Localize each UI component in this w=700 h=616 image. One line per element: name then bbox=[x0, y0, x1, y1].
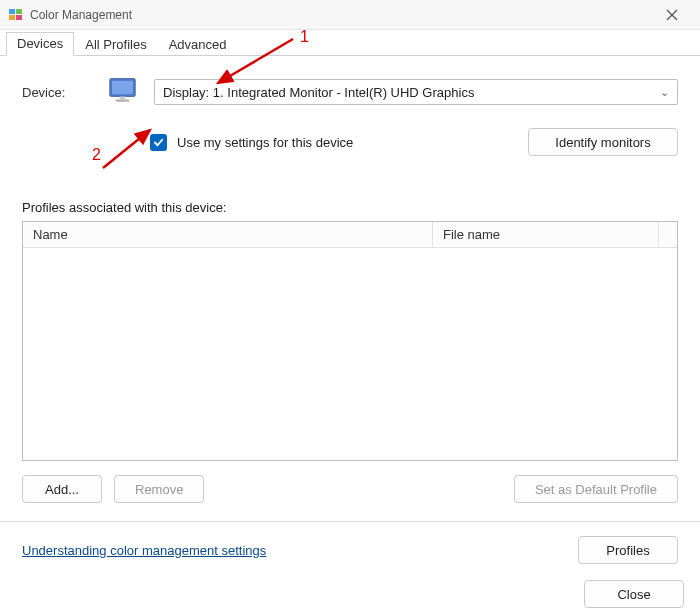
chevron-down-icon: ⌄ bbox=[660, 86, 669, 99]
use-my-settings-checkbox[interactable] bbox=[150, 134, 167, 151]
footer: Close bbox=[584, 580, 684, 608]
profiles-caption: Profiles associated with this device: bbox=[22, 200, 678, 215]
title-bar: Color Management bbox=[0, 0, 700, 30]
button-label: Identify monitors bbox=[555, 135, 650, 150]
tab-devices[interactable]: Devices bbox=[6, 32, 74, 56]
profile-buttons-row: Add... Remove Set as Default Profile bbox=[22, 475, 678, 503]
svg-rect-2 bbox=[9, 15, 15, 20]
tab-all-profiles[interactable]: All Profiles bbox=[74, 33, 157, 56]
column-header-file[interactable]: File name bbox=[433, 222, 659, 247]
identify-monitors-button[interactable]: Identify monitors bbox=[528, 128, 678, 156]
svg-rect-0 bbox=[9, 9, 15, 14]
tab-label: Devices bbox=[17, 36, 63, 51]
svg-rect-5 bbox=[112, 81, 133, 95]
devices-pane: Device: Display: 1. Integrated Monitor -… bbox=[0, 56, 700, 572]
tab-advanced[interactable]: Advanced bbox=[158, 33, 238, 56]
device-row: Device: Display: 1. Integrated Monitor -… bbox=[22, 74, 678, 110]
profiles-list[interactable]: Name File name bbox=[22, 221, 678, 461]
understanding-link[interactable]: Understanding color management settings bbox=[22, 543, 266, 558]
window-title: Color Management bbox=[30, 8, 652, 22]
tab-label: All Profiles bbox=[85, 37, 146, 52]
svg-rect-1 bbox=[16, 9, 22, 14]
button-label: Profiles bbox=[606, 543, 649, 558]
button-label: Set as Default Profile bbox=[535, 482, 657, 497]
checkbox-row: Use my settings for this device Identify… bbox=[150, 128, 678, 156]
close-button[interactable]: Close bbox=[584, 580, 684, 608]
set-default-profile-button[interactable]: Set as Default Profile bbox=[514, 475, 678, 503]
profiles-button[interactable]: Profiles bbox=[578, 536, 678, 564]
link-text: Understanding color management settings bbox=[22, 543, 266, 558]
add-button[interactable]: Add... bbox=[22, 475, 102, 503]
svg-rect-3 bbox=[16, 15, 22, 20]
column-label: File name bbox=[443, 227, 500, 242]
use-my-settings-label: Use my settings for this device bbox=[177, 135, 353, 150]
button-label: Close bbox=[617, 587, 650, 602]
column-label: Name bbox=[33, 227, 68, 242]
column-header-name[interactable]: Name bbox=[23, 222, 433, 247]
device-label: Device: bbox=[22, 85, 94, 100]
monitor-icon bbox=[106, 74, 142, 110]
tab-strip: Devices All Profiles Advanced bbox=[0, 30, 700, 56]
remove-button[interactable]: Remove bbox=[114, 475, 204, 503]
svg-rect-6 bbox=[120, 97, 126, 100]
device-select-value: Display: 1. Integrated Monitor - Intel(R… bbox=[163, 85, 474, 100]
profiles-body bbox=[23, 248, 677, 460]
bottom-row: Understanding color management settings … bbox=[22, 522, 678, 564]
device-select[interactable]: Display: 1. Integrated Monitor - Intel(R… bbox=[154, 79, 678, 105]
button-label: Add... bbox=[45, 482, 79, 497]
svg-rect-7 bbox=[116, 100, 130, 102]
profiles-header: Name File name bbox=[23, 222, 677, 248]
button-label: Remove bbox=[135, 482, 183, 497]
close-window-button[interactable] bbox=[652, 1, 692, 29]
app-icon bbox=[8, 7, 24, 23]
tab-label: Advanced bbox=[169, 37, 227, 52]
